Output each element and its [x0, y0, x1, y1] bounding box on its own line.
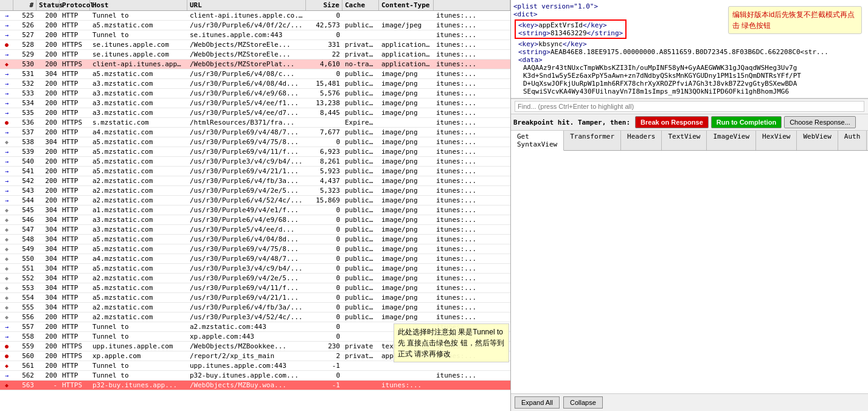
- row-cache: public,...: [342, 274, 379, 283]
- row-host: Tunnel to: [90, 30, 187, 40]
- row-size: 8,445: [306, 108, 342, 117]
- row-tail: itunes:...: [434, 206, 510, 215]
- row-host: a5.mzstatic.com: [90, 167, 187, 176]
- table-row[interactable]: ◆ 538 304 HTTP a5.mzstatic.com /us/r30/P…: [0, 137, 510, 147]
- row-size: 8,261: [306, 157, 342, 166]
- row-tail: itunes:...: [434, 264, 510, 273]
- row-cache: public,...: [342, 186, 379, 195]
- row-status: 304: [36, 225, 60, 234]
- expand-all-button[interactable]: Expand All: [515, 396, 560, 409]
- row-status: 200: [36, 21, 60, 30]
- table-row[interactable]: ◆ 552 304 HTTP a2.mzstatic.com /us/r30/P…: [0, 274, 510, 283]
- choose-response-button[interactable]: Choose Response...: [784, 116, 856, 128]
- collapse-button[interactable]: Collapse: [563, 396, 603, 409]
- table-row[interactable]: → 539 200 HTTP a5.mzstatic.com /us/r30/P…: [0, 147, 510, 157]
- table-row[interactable]: → 526 200 HTTP a5.mzstatic.com /us/r30/P…: [0, 21, 510, 30]
- table-row[interactable]: → 531 304 HTTP a5.mzstatic.com /us/r30/P…: [0, 69, 510, 79]
- row-num: 527: [13, 30, 36, 40]
- table-row[interactable]: ◆ 550 304 HTTP a4.mzstatic.com /us/r30/P…: [0, 254, 510, 264]
- row-content-type: image/png: [379, 79, 434, 88]
- row-status: 200: [36, 79, 60, 88]
- table-row[interactable]: → 533 200 HTTP a3.mzstatic.com /us/r30/P…: [0, 89, 510, 98]
- table-row[interactable]: → 534 200 HTTP a3.mzstatic.com /us/r30/P…: [0, 98, 510, 108]
- table-row[interactable]: ◆ 546 304 HTTP a3.mzstatic.com /us/r30/P…: [0, 215, 510, 225]
- row-url: /us/r30/Purple69/v4/11/f...: [187, 283, 306, 292]
- row-proto: HTTP: [60, 303, 90, 312]
- table-row[interactable]: → 541 200 HTTP a5.mzstatic.com /us/r30/P…: [0, 167, 510, 176]
- tab-transformer[interactable]: Transformer: [564, 131, 621, 150]
- table-row[interactable]: → 543 200 HTTP a2.mzstatic.com /us/r30/P…: [0, 186, 510, 196]
- row-icon: ◆: [0, 284, 13, 292]
- row-content-type: [379, 122, 434, 123]
- row-proto: HTTPS: [60, 60, 90, 69]
- row-icon: ◆: [0, 245, 13, 253]
- table-row[interactable]: ● 528 200 HTTPS se.itunes.apple.com /Web…: [0, 40, 510, 50]
- table-row[interactable]: → 525 200 HTTP Tunnel to client-api.itun…: [0, 11, 510, 21]
- table-row[interactable]: ◆ 553 304 HTTP a5.mzstatic.com /us/r30/P…: [0, 283, 510, 293]
- row-proto: HTTP: [60, 21, 90, 30]
- table-row[interactable]: → 527 200 HTTP Tunnel to se.itunes.apple…: [0, 30, 510, 40]
- row-host: Tunnel to: [90, 361, 187, 370]
- row-size: 0: [306, 322, 342, 331]
- table-row[interactable]: ◆ 556 200 HTTP a2.mzstatic.com /us/r30/P…: [0, 313, 510, 322]
- row-size: -1: [306, 381, 342, 390]
- tab-webview[interactable]: WebView: [797, 131, 838, 150]
- tab-hexview[interactable]: HexView: [756, 131, 797, 150]
- row-status: 304: [36, 215, 60, 224]
- row-status: 200: [36, 118, 60, 127]
- row-tail: itunes:...: [434, 371, 510, 380]
- row-host: a3.mzstatic.com: [90, 79, 187, 88]
- tab-imageview[interactable]: ImageView: [707, 131, 756, 150]
- table-row[interactable]: → 529 200 HTTP se.itunes.apple.com /WebO…: [0, 50, 510, 60]
- table-row[interactable]: ◆ 555 304 HTTP a2.mzstatic.com /us/r30/P…: [0, 303, 510, 313]
- row-icon: ◆: [0, 381, 13, 389]
- table-row[interactable]: → 544 200 HTTP a2.mzstatic.com /us/r30/P…: [0, 196, 510, 206]
- table-row[interactable]: ◆ 545 304 HTTP a1.mzstatic.com /us/r30/P…: [0, 206, 510, 215]
- row-size: 42,573: [306, 21, 342, 30]
- table-row[interactable]: → 540 200 HTTP a5.mzstatic.com /us/r30/P…: [0, 157, 510, 167]
- row-content-type: image/png: [379, 147, 434, 156]
- row-content-type: image/png: [379, 89, 434, 98]
- table-row[interactable]: ◆ 563 - HTTPS p32-buy.itunes.app... /Web…: [0, 381, 510, 390]
- table-row[interactable]: ● 536 200 HTTPS s.mzstatic.com /htmlReso…: [0, 118, 510, 128]
- col-header-type: Content-Type: [379, 0, 434, 10]
- row-size: 4,437: [306, 176, 342, 185]
- col-header-status: Status: [36, 0, 60, 10]
- row-host: a3.mzstatic.com: [90, 89, 187, 98]
- tab-headers[interactable]: Headers: [621, 131, 662, 150]
- tab-auth[interactable]: Auth: [838, 131, 867, 150]
- row-num: 560: [13, 351, 36, 361]
- row-cache: public,...: [342, 157, 379, 166]
- row-host: a2.mzstatic.com: [90, 274, 187, 283]
- row-host: a5.mzstatic.com: [90, 244, 187, 254]
- table-row[interactable]: ◆ 549 304 HTTP a5.mzstatic.com /us/r30/P…: [0, 244, 510, 254]
- row-status: 200: [36, 98, 60, 108]
- break-on-response-button[interactable]: Break on Response: [635, 116, 709, 128]
- tab-get-syntaxview[interactable]: Get SyntaxView: [511, 131, 564, 151]
- table-row[interactable]: ◆ 547 304 HTTP a3.mzstatic.com /us/r30/P…: [0, 225, 510, 235]
- row-host: Tunnel to: [90, 371, 187, 380]
- row-icon: ●: [0, 41, 13, 49]
- row-cache: private,...: [342, 351, 379, 361]
- table-row[interactable]: ◆ 554 304 HTTP a5.mzstatic.com /us/r30/P…: [0, 293, 510, 303]
- table-header: # Status Protocol Host URL Size Cache Co…: [0, 0, 510, 11]
- table-row[interactable]: → 562 200 HTTP Tunnel to p32-buy.itunes.…: [0, 371, 510, 381]
- table-row[interactable]: ◆ 561 200 HTTP Tunnel to upp.itunes.appl…: [0, 361, 510, 371]
- table-row[interactable]: → 537 200 HTTP a4.mzstatic.com /us/r30/P…: [0, 128, 510, 137]
- row-content-type: image/png: [379, 128, 434, 137]
- row-host: a5.mzstatic.com: [90, 283, 187, 292]
- table-row[interactable]: → 542 200 HTTP a2.mzstatic.com /us/r30/P…: [0, 176, 510, 186]
- table-row[interactable]: → 532 200 HTTP a3.mzstatic.com /us/r30/P…: [0, 79, 510, 89]
- row-content-type: image/png: [379, 303, 434, 312]
- find-input[interactable]: [515, 101, 864, 112]
- run-to-completion-button[interactable]: Run to Completion: [711, 116, 782, 128]
- row-content-type: image/png: [379, 137, 434, 147]
- tab-textview[interactable]: TextView: [662, 131, 707, 150]
- table-row[interactable]: → 535 200 HTTP a3.mzstatic.com /us/r30/P…: [0, 108, 510, 118]
- table-row[interactable]: ◆ 551 304 HTTP a5.mzstatic.com /us/r30/P…: [0, 264, 510, 274]
- table-row[interactable]: ◆ 548 304 HTTP a5.mzstatic.com /us/r30/P…: [0, 235, 510, 244]
- right-content-area[interactable]: [511, 151, 868, 393]
- table-row[interactable]: ◆ 530 200 HTTPS client-api.itunes.app...…: [0, 60, 510, 69]
- row-cache: public,...: [342, 215, 379, 224]
- row-status: 200: [36, 157, 60, 166]
